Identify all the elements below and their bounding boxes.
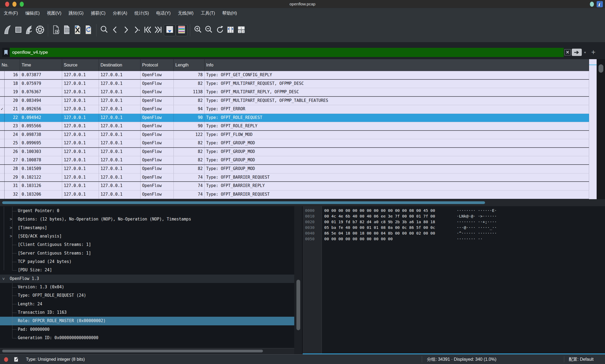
column-header-source[interactable]: Source	[62, 59, 99, 71]
packet-row-20[interactable]: 200.083494127.0.0.1127.0.0.1OpenFlow82Ty…	[0, 97, 589, 105]
packet-row-21[interactable]: 210.092656127.0.0.1127.0.0.1OpenFlow94Ty…	[0, 105, 589, 114]
detail-row[interactable]: [Client Contiguous Streams: 1]	[0, 241, 294, 249]
menu-item-s[interactable]: 统计(S)	[135, 11, 149, 16]
go-first-button[interactable]	[142, 24, 153, 36]
hex-row-0030[interactable]: 003005 ba fe 40 00 00 01 01 08 0a 00 0c …	[303, 225, 605, 231]
packet-row-19[interactable]: 190.076367127.0.0.1127.0.0.1OpenFlow1138…	[0, 88, 589, 97]
column-header-length[interactable]: Length	[174, 59, 205, 71]
filter-bookmark-icon[interactable]	[2, 48, 10, 57]
detail-row[interactable]: >[Timestamps]	[0, 224, 294, 232]
zoom-out-button[interactable]	[203, 24, 214, 36]
packet-row-26[interactable]: 260.100303127.0.0.1127.0.0.1OpenFlow82Ty…	[0, 148, 589, 156]
detail-row[interactable]: Role: OFPCR_ROLE_MASTER (0x00000002)	[0, 317, 294, 325]
stop-capture-button[interactable]	[13, 24, 24, 36]
detail-hscrollbar[interactable]	[0, 348, 294, 354]
go-last-button[interactable]	[153, 24, 164, 36]
packet-row-18[interactable]: 180.075979127.0.0.1127.0.0.1OpenFlow82Ty…	[0, 80, 589, 88]
menu-item-e[interactable]: 编辑(E)	[25, 11, 39, 16]
filter-apply-button[interactable]	[572, 49, 582, 56]
packet-list-header[interactable]: No.TimeSourceDestinationProtocolLengthIn…	[0, 59, 589, 71]
menu-item-f[interactable]: 文件(F)	[4, 11, 18, 16]
detail-row[interactable]: Pad: 00000000	[0, 325, 294, 334]
filter-dropdown-caret[interactable]: ▾	[583, 49, 587, 55]
column-header-protocol[interactable]: Protocol	[141, 59, 174, 71]
packet-list-hscrollbar[interactable]	[0, 199, 605, 206]
packet-row-22[interactable]: 220.094942127.0.0.1127.0.0.1OpenFlow90Ty…	[0, 114, 589, 122]
cell-destination: 127.0.0.1	[99, 182, 141, 190]
expert-info-button[interactable]	[4, 357, 8, 362]
detail-row[interactable]: [Server Contiguous Streams: 1]	[0, 249, 294, 258]
column-header-info[interactable]: Info	[205, 59, 589, 71]
menu-item-a[interactable]: 分析(A)	[113, 11, 127, 16]
column-header-no[interactable]: No.	[0, 59, 20, 71]
expand-arrow-icon[interactable]: >	[10, 232, 12, 241]
colorize-button[interactable]	[176, 24, 188, 36]
detail-row[interactable]: Type: OFPT_ROLE_REQUEST (24)	[0, 291, 294, 300]
detail-row[interactable]: Urgent Pointer: 0	[0, 207, 294, 215]
detail-row[interactable]: TCP payload (24 bytes)	[0, 258, 294, 266]
auto-scroll-button[interactable]	[164, 24, 176, 36]
packet-row-28[interactable]: 280.101509127.0.0.1127.0.0.1OpenFlow82Ty…	[0, 165, 589, 173]
packet-row-25[interactable]: 250.099695127.0.0.1127.0.0.1OpenFlow82Ty…	[0, 139, 589, 148]
hex-row-0010[interactable]: 001000 4c 4e 6b 40 00 40 06 ee 3e 7f 00 …	[303, 213, 605, 219]
packet-list-scroll-minimap[interactable]	[589, 59, 597, 199]
packet-list-vscrollbar[interactable]	[597, 59, 605, 199]
column-header-destination[interactable]: Destination	[99, 59, 141, 71]
capture-comment-icon[interactable]	[14, 356, 19, 363]
detail-row[interactable]: >OpenFlow 1.3	[0, 275, 294, 283]
layout-123-button[interactable]: 123	[236, 24, 247, 36]
menu-item-h[interactable]: 帮助(H)	[222, 11, 237, 16]
menu-item-g[interactable]: 跳转(G)	[69, 11, 83, 16]
detail-vscroll-thumb[interactable]	[296, 280, 300, 330]
menu-item-w[interactable]: 无线(W)	[178, 11, 193, 16]
expand-arrow-icon[interactable]: >	[10, 215, 12, 223]
go-to-packet-button[interactable]	[131, 24, 142, 36]
detail-vscrollbar[interactable]	[294, 206, 302, 354]
filter-add-button[interactable]: +	[590, 48, 597, 56]
column-header-time[interactable]: Time	[20, 59, 62, 71]
menu-item-c[interactable]: 捕获(C)	[91, 11, 105, 16]
start-capture-button[interactable]	[2, 24, 13, 36]
detail-row[interactable]: >Options: (12 bytes), No-Operation (NOP)…	[0, 215, 294, 223]
zoom-reset-button[interactable]	[214, 24, 225, 36]
detail-hscroll-thumb[interactable]	[2, 350, 263, 352]
go-previous-button[interactable]	[110, 24, 121, 36]
packet-row-16[interactable]: 160.073877127.0.0.1127.0.0.1OpenFlow78Ty…	[0, 71, 589, 80]
packet-row-32[interactable]: 320.103206127.0.0.1127.0.0.1OpenFlow74Ty…	[0, 191, 589, 199]
hex-row-0020[interactable]: 002000 01 19 fd b7 82 d4 a0 c8 9b 2b 3b …	[303, 219, 605, 225]
packet-list-vscroll-thumb[interactable]	[599, 64, 603, 73]
reload-file-button[interactable]	[83, 24, 94, 36]
packet-row-24[interactable]: 240.098738127.0.0.1127.0.0.1OpenFlow122T…	[0, 131, 589, 139]
restart-capture-button[interactable]	[24, 24, 35, 36]
save-file-button[interactable]: 010100110101110	[61, 24, 72, 36]
close-file-button[interactable]	[72, 24, 83, 36]
expand-arrow-icon[interactable]: >	[10, 224, 12, 232]
packet-row-27[interactable]: 270.100878127.0.0.1127.0.0.1OpenFlow82Ty…	[0, 156, 589, 165]
capture-options-button[interactable]	[35, 24, 45, 36]
menu-item-v[interactable]: 视图(V)	[47, 11, 61, 16]
hex-row-0000[interactable]: 000000 00 00 00 00 00 00 00 00 00 00 00 …	[303, 208, 605, 213]
detail-row[interactable]: Length: 24	[0, 300, 294, 308]
profile-selector[interactable]: 配置: Default	[569, 355, 594, 364]
detail-row[interactable]: Generation ID: 0x0000000000000000	[0, 334, 294, 342]
collapse-arrow-icon[interactable]: >	[0, 278, 8, 280]
menu-item-y[interactable]: 电话(Y)	[156, 11, 171, 16]
resize-columns-button[interactable]	[225, 24, 236, 36]
hex-row-0050[interactable]: 005000 00 00 00 00 00 00 00 00 00·······…	[303, 236, 605, 242]
detail-row[interactable]: Transaction ID: 1163	[0, 308, 294, 317]
hex-row-0040[interactable]: 004086 5e 04 18 00 18 00 00 04 8b 00 00 …	[303, 231, 605, 236]
display-filter-input[interactable]	[10, 48, 564, 57]
detail-row[interactable]: Version: 1.3 (0x04)	[0, 283, 294, 291]
packet-row-23[interactable]: 230.095566127.0.0.1127.0.0.1OpenFlow90Ty…	[0, 122, 589, 131]
go-next-button[interactable]	[121, 24, 131, 36]
filter-clear-button[interactable]: ✕	[564, 49, 571, 55]
detail-row[interactable]: >[SEQ/ACK analysis]	[0, 232, 294, 241]
packet-row-29[interactable]: 290.102122127.0.0.1127.0.0.1OpenFlow74Ty…	[0, 173, 589, 182]
open-file-button[interactable]	[51, 24, 61, 36]
find-packet-button[interactable]	[99, 24, 110, 36]
detail-row[interactable]: [PDU Size: 24]	[0, 266, 294, 274]
zoom-in-button[interactable]	[193, 24, 203, 36]
menu-item-t[interactable]: 工具(T)	[201, 11, 215, 16]
packet-row-31[interactable]: 310.103126127.0.0.1127.0.0.1OpenFlow74Ty…	[0, 182, 589, 191]
packet-list-hscroll-thumb[interactable]	[2, 201, 485, 204]
